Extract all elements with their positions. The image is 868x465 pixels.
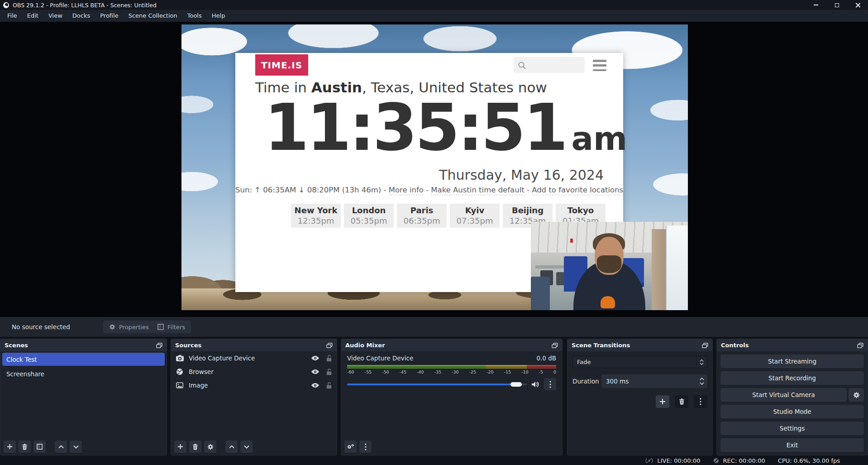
- hamburger-menu-icon: [593, 60, 606, 71]
- lock-icon[interactable]: [326, 355, 332, 362]
- mute-speaker-icon[interactable]: [531, 381, 539, 388]
- scene-filters-button[interactable]: [33, 441, 46, 453]
- transition-select-arrows[interactable]: [696, 356, 707, 368]
- trash-icon: [679, 398, 685, 405]
- studio-mode-button[interactable]: Studio Mode: [720, 405, 864, 418]
- scenes-toolbar: [4, 441, 82, 453]
- close-button[interactable]: [847, 0, 868, 10]
- timeis-date: Thursday, May 16, 2024: [439, 167, 604, 183]
- move-scene-up-button[interactable]: [55, 441, 67, 453]
- settings-button[interactable]: Settings: [720, 422, 864, 435]
- popout-dock-icon[interactable]: [156, 343, 162, 348]
- properties-button[interactable]: Properties: [103, 321, 155, 333]
- scene-video-frame[interactable]: TIME.IS Time in Austin, Texas, United St…: [181, 24, 688, 310]
- chevron-up-icon: [229, 445, 234, 449]
- person-beard: [597, 255, 621, 273]
- filter-icon: [157, 324, 164, 330]
- popout-dock-icon[interactable]: [857, 343, 863, 348]
- preview-canvas[interactable]: TIME.IS Time in Austin, Texas, United St…: [0, 22, 868, 317]
- source-properties-button[interactable]: [204, 441, 216, 453]
- gear-icon: [853, 392, 860, 398]
- trash-icon: [22, 444, 28, 450]
- city-cell: London05:35pm: [344, 204, 394, 228]
- close-icon: [855, 3, 860, 8]
- menu-scene-collection[interactable]: Scene Collection: [124, 10, 182, 22]
- remove-scene-button[interactable]: [19, 441, 31, 453]
- channel-options-button[interactable]: [544, 378, 556, 390]
- maximize-icon: [835, 3, 839, 7]
- controls-panel: Controls Start Streaming Start Recording…: [716, 339, 868, 455]
- menu-tools[interactable]: Tools: [182, 10, 207, 22]
- office-pillar: [652, 229, 666, 310]
- scenes-panel: Scenes Clock Test Screenshare: [0, 339, 167, 455]
- transition-select[interactable]: Fade: [572, 356, 707, 368]
- maximize-button[interactable]: [826, 0, 847, 10]
- exit-button[interactable]: Exit: [720, 438, 864, 452]
- add-source-button[interactable]: [174, 441, 186, 453]
- advanced-audio-button[interactable]: [344, 441, 357, 453]
- camera-icon: [176, 355, 184, 361]
- move-source-up-button[interactable]: [225, 441, 238, 453]
- scene-transitions-panel: Scene Transitions Fade Duration 300 ms: [567, 339, 713, 455]
- menu-docks[interactable]: Docks: [67, 10, 95, 22]
- visibility-eye-icon[interactable]: [311, 383, 320, 388]
- duration-spin-arrows[interactable]: [696, 378, 707, 385]
- popout-dock-icon[interactable]: [552, 343, 558, 348]
- add-scene-button[interactable]: [4, 441, 16, 453]
- virtual-camera-config-button[interactable]: [849, 388, 864, 402]
- move-source-down-button[interactable]: [240, 441, 253, 453]
- move-scene-down-button[interactable]: [70, 441, 82, 453]
- visibility-eye-icon[interactable]: [311, 355, 320, 361]
- menu-profile[interactable]: Profile: [95, 10, 123, 22]
- foreground-chair: [531, 277, 550, 310]
- scene-item-clock-test[interactable]: Clock Test: [2, 353, 165, 366]
- mixer-level-db: 0.0 dB: [536, 355, 556, 362]
- popout-dock-icon[interactable]: [326, 343, 333, 348]
- volume-slider-handle[interactable]: [510, 382, 522, 387]
- chevron-down-icon: [73, 445, 79, 449]
- add-favorite-link: Add to favorite locations: [532, 186, 623, 195]
- city-cell: Paris06:35pm: [397, 204, 447, 228]
- start-virtual-camera-button[interactable]: Start Virtual Camera: [720, 388, 847, 402]
- lock-icon[interactable]: [326, 369, 332, 375]
- start-recording-button[interactable]: Start Recording: [720, 371, 864, 385]
- obs-logo-icon: [3, 2, 9, 8]
- clock-time: 11:35:51: [264, 96, 566, 160]
- sun-info-line: Sun: ↑ 06:35AM ↓ 08:20PM (13h 46m) - Mor…: [235, 186, 623, 194]
- audio-mixer-panel: Audio Mixer Video Capture Device 0.0 dB …: [341, 339, 563, 455]
- popout-dock-icon[interactable]: [702, 343, 708, 348]
- chevron-up-icon: [58, 445, 64, 449]
- mixer-options-button[interactable]: [359, 441, 372, 453]
- start-streaming-button[interactable]: Start Streaming: [720, 355, 864, 368]
- remove-transition-button[interactable]: [675, 395, 688, 408]
- minimize-button[interactable]: [806, 0, 826, 10]
- webcam-source-overlay[interactable]: [531, 222, 688, 310]
- clock-ampm: am: [571, 120, 627, 158]
- double-gear-icon: [347, 444, 354, 450]
- scene-item-screenshare[interactable]: Screenshare: [2, 367, 165, 380]
- add-transition-button[interactable]: [656, 395, 669, 408]
- city-cell: New York12:35pm: [291, 204, 341, 228]
- duration-spinbox[interactable]: 300 ms: [601, 374, 707, 388]
- window-buttons: [806, 0, 868, 10]
- filters-button[interactable]: Filters: [152, 321, 191, 333]
- lock-icon[interactable]: [326, 382, 332, 389]
- source-row-browser[interactable]: Browser: [171, 365, 337, 379]
- volume-slider[interactable]: [347, 382, 527, 387]
- gear-icon: [109, 324, 115, 330]
- plus-icon: [7, 444, 13, 450]
- menu-help[interactable]: Help: [207, 10, 230, 22]
- source-row-image[interactable]: Image: [171, 379, 337, 392]
- record-inactive-icon: [713, 458, 719, 464]
- transition-options-button[interactable]: [694, 395, 707, 408]
- window-title: OBS 29.1.2 - Profile: LLHLS BETA - Scene…: [13, 2, 157, 9]
- visibility-eye-icon[interactable]: [311, 369, 320, 374]
- menubar: File Edit View Docks Profile Scene Colle…: [0, 10, 868, 22]
- menu-file[interactable]: File: [2, 10, 22, 22]
- menu-edit[interactable]: Edit: [22, 10, 43, 22]
- source-row-video-capture[interactable]: Video Capture Device: [171, 351, 337, 365]
- scenes-panel-header: Scenes: [0, 339, 167, 351]
- remove-source-button[interactable]: [189, 441, 201, 453]
- menu-view[interactable]: View: [43, 10, 67, 22]
- live-status: LIVE: 00:00:00: [645, 457, 700, 464]
